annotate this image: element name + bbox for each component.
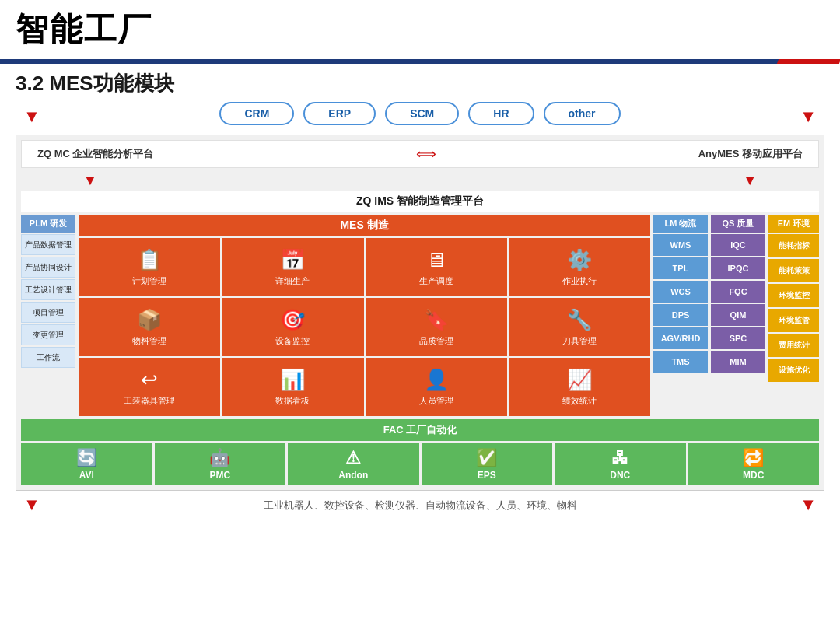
- dashboard-icon: 📊: [280, 368, 305, 392]
- eps-label: EPS: [478, 470, 496, 481]
- inner-left-down-arrow: ▼: [83, 173, 97, 189]
- plm-item-3: 工艺设计管理: [21, 279, 75, 300]
- detail-prod-label: 详细生产: [275, 275, 310, 287]
- auto-avi: 🔄 AVI: [21, 443, 152, 485]
- mes-cell-material: 📦 物料管理: [79, 298, 220, 356]
- plm-column: PLM 研发 产品数据管理 产品协同设计 工艺设计管理 项目管理 变更管理 工作…: [21, 215, 75, 416]
- mes-cell-tool: 🔧 刀具管理: [509, 298, 650, 356]
- left-down-arrow: ▼: [23, 107, 40, 127]
- divider-red: [777, 59, 840, 64]
- page-title: 智能工厂: [16, 8, 824, 51]
- divider-blue: [0, 59, 809, 64]
- andon-icon: ⚠: [345, 448, 361, 468]
- ims-label: ZQ IMS 智能制造管理平台: [21, 191, 819, 212]
- em-env-monitor: 环境监控: [768, 284, 819, 307]
- mdc-icon: 🔁: [743, 448, 764, 468]
- plan-label: 计划管理: [132, 275, 166, 287]
- qs-header: QS 质量: [711, 215, 765, 233]
- lm-wcs: WCS: [653, 281, 708, 303]
- lm-dps: DPS: [653, 304, 708, 326]
- platform-right: AnyMES 移动应用平台: [698, 147, 803, 161]
- material-label: 物料管理: [132, 335, 166, 347]
- auto-pmc: 🤖 PMC: [155, 443, 286, 485]
- em-env-supervision: 环境监管: [768, 309, 819, 332]
- em-energy-strategy: 能耗策策: [768, 259, 819, 282]
- platform-row: ZQ MC 企业智能分析平台 ⟺ AnyMES 移动应用平台: [21, 140, 819, 168]
- dispatch-icon: 🖥: [426, 248, 446, 272]
- hr-label: 人员管理: [419, 395, 453, 407]
- em-column: EM 环境 能耗指标 能耗策策 环境监控 环境监管 费用统计 设施优化: [768, 215, 819, 416]
- plm-header: PLM 研发: [21, 215, 75, 233]
- section-title: 3.2 MES功能模块: [0, 64, 840, 102]
- em-energy-indicator: 能耗指标: [768, 234, 819, 257]
- avi-label: AVI: [79, 470, 94, 481]
- mes-cell-hr: 👤 人员管理: [366, 358, 507, 416]
- dnc-label: DNC: [610, 470, 630, 481]
- quality-label: 品质管理: [419, 335, 453, 347]
- system-crm: CRM: [219, 102, 294, 125]
- qs-mim: MIM: [711, 351, 765, 373]
- detail-prod-icon: 📅: [280, 248, 305, 272]
- lm-tpl: TPL: [653, 257, 708, 279]
- system-scm: SCM: [385, 102, 459, 125]
- equipment-label: 设备监控: [275, 335, 310, 347]
- system-other: other: [544, 102, 621, 125]
- plm-item-5: 变更管理: [21, 324, 75, 345]
- bottom-text: 工业机器人、数控设备、检测仪器、自动物流设备、人员、环境、物料: [40, 494, 800, 516]
- inner-right-down-arrow: ▼: [743, 173, 757, 189]
- qs-column: QS 质量 IQC IPQC FQC QIM SPC MIM: [711, 215, 765, 416]
- mes-cell-equipment: 🎯 设备监控: [222, 298, 363, 356]
- pmc-label: PMC: [209, 470, 230, 481]
- auto-dnc: 🖧 DNC: [555, 443, 686, 485]
- em-cost-stats: 费用统计: [768, 334, 819, 357]
- top-systems: CRM ERP SCM HR other: [40, 102, 800, 125]
- mes-cell-job: ⚙️ 作业执行: [509, 238, 650, 296]
- mdc-label: MDC: [743, 470, 764, 481]
- bottom-left-arrow: ▼: [23, 495, 40, 515]
- automation-row: 🔄 AVI 🤖 PMC ⚠ Andon ✅ EPS 🖧 DNC 🔁 MDC: [21, 443, 819, 485]
- plan-icon: 📋: [137, 248, 162, 272]
- mes-cell-fixture: ↩ 工装器具管理: [79, 358, 220, 416]
- material-icon: 📦: [137, 308, 162, 332]
- dispatch-label: 生产调度: [419, 275, 453, 287]
- mes-cell-plan: 📋 计划管理: [79, 238, 220, 296]
- hr-icon: 👤: [424, 368, 449, 392]
- eps-icon: ✅: [476, 448, 497, 468]
- header: 智能工厂: [0, 0, 840, 64]
- em-facility-opt: 设施优化: [768, 359, 819, 382]
- dashboard-label: 数据看板: [275, 395, 310, 407]
- avi-icon: 🔄: [76, 448, 97, 468]
- perf-label: 绩效统计: [562, 395, 597, 407]
- mes-cell-dispatch: 🖥 生产调度: [366, 238, 507, 296]
- lm-tms: TMS: [653, 351, 708, 373]
- lm-header: LM 物流: [653, 215, 708, 233]
- bottom-right-arrow: ▼: [800, 495, 817, 515]
- perf-icon: 📈: [567, 368, 592, 392]
- qs-qim: QIM: [711, 304, 765, 326]
- outer-wrapper: ZQ MC 企业智能分析平台 ⟺ AnyMES 移动应用平台 ▼ ▼ ZQ IM…: [16, 135, 824, 491]
- header-divider: [0, 59, 840, 64]
- mes-cell-perf: 📈 绩效统计: [509, 358, 650, 416]
- platform-left: ZQ MC 企业智能分析平台: [37, 147, 154, 161]
- mes-header: MES 制造: [79, 215, 650, 236]
- qs-spc: SPC: [711, 327, 765, 349]
- system-erp: ERP: [303, 102, 376, 125]
- tool-label: 刀具管理: [562, 335, 597, 347]
- mes-cell-dashboard: 📊 数据看板: [222, 358, 363, 416]
- qs-iqc: IQC: [711, 234, 765, 256]
- lm-agv: AGV/RHD: [653, 327, 708, 349]
- mes-column: MES 制造 📋 计划管理 📅 详细生产 🖥 生产调度: [79, 215, 650, 416]
- em-header: EM 环境: [768, 215, 819, 233]
- dnc-icon: 🖧: [611, 448, 628, 468]
- right-down-arrow: ▼: [800, 107, 817, 127]
- main-grid: PLM 研发 产品数据管理 产品协同设计 工艺设计管理 项目管理 变更管理 工作…: [21, 215, 819, 416]
- equipment-icon: 🎯: [280, 308, 305, 332]
- fixture-icon: ↩: [141, 368, 158, 392]
- mes-grid: 📋 计划管理 📅 详细生产 🖥 生产调度 ⚙️ 作业执行: [79, 238, 650, 416]
- main-content: ▼ CRM ERP SCM HR other ▼ ZQ MC 企业智能分析平台 …: [0, 102, 840, 522]
- job-label: 作业执行: [562, 275, 597, 287]
- platform-arrow: ⟺: [416, 145, 436, 163]
- tool-icon: 🔧: [567, 308, 592, 332]
- auto-eps: ✅ EPS: [422, 443, 553, 485]
- fixture-label: 工装器具管理: [124, 395, 175, 407]
